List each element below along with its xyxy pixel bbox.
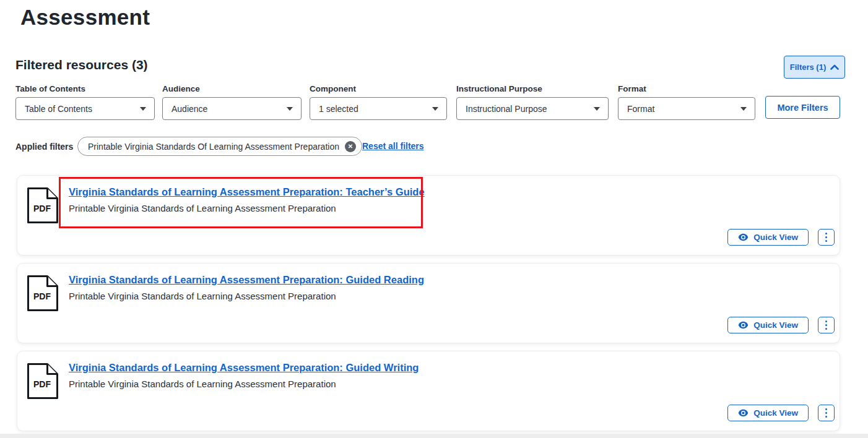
filters-toggle-button[interactable]: Filters (1) [784, 56, 845, 79]
pdf-file-icon: PDF [27, 187, 59, 224]
card-actions: Quick View [727, 317, 835, 333]
resource-title-link[interactable]: Virginia Standards of Learning Assessmen… [69, 274, 424, 286]
reset-all-filters-link[interactable]: Reset all filters [362, 141, 424, 151]
filtered-resources-heading: Filtered resources (3) [15, 58, 148, 72]
pdf-label: PDF [33, 291, 51, 301]
quick-view-label: Quick View [753, 233, 798, 242]
chip-label: Printable Virginia Standards Of Learning… [88, 142, 339, 152]
filter-label-format: Format [618, 84, 755, 93]
dropdown-value: Table of Contents [25, 104, 92, 114]
bottom-page-edge [0, 434, 868, 438]
caret-down-icon [287, 107, 293, 111]
resource-card: PDF Virginia Standards of Learning Asses… [17, 351, 840, 431]
quick-view-button[interactable]: Quick View [727, 405, 809, 421]
filter-dropdown-audience[interactable]: Audience [162, 97, 302, 120]
resource-subtitle: Printable Virginia Standards of Learning… [69, 291, 336, 301]
card-actions: Quick View [727, 229, 835, 246]
filter-label-audience: Audience [162, 84, 302, 93]
caret-down-icon [594, 107, 600, 111]
resource-title-link[interactable]: Virginia Standards of Learning Assessmen… [69, 362, 419, 374]
resource-subtitle: Printable Virginia Standards of Learning… [69, 203, 336, 213]
quick-view-button[interactable]: Quick View [727, 229, 809, 246]
more-options-button[interactable] [818, 317, 835, 333]
dropdown-value: Format [627, 104, 654, 114]
filter-group-component: Component 1 selected [310, 84, 447, 120]
card-actions: Quick View [727, 405, 835, 421]
filter-group-format: Format Format [618, 84, 755, 120]
chevron-up-icon [830, 64, 839, 70]
filter-label-component: Component [310, 84, 447, 93]
pdf-label: PDF [33, 204, 51, 213]
filter-dropdown-component[interactable]: 1 selected [310, 97, 447, 120]
applied-filters-label: Applied filters [15, 142, 73, 152]
resource-card: PDF Virginia Standards of Learning Asses… [17, 263, 840, 343]
resource-card: PDF Virginia Standards of Learning Asses… [17, 175, 840, 256]
dropdown-value: Instructional Purpose [466, 104, 547, 114]
filter-group-instructional-purpose: Instructional Purpose Instructional Purp… [456, 84, 609, 120]
more-options-button[interactable] [818, 229, 835, 246]
dropdown-value: 1 selected [319, 104, 358, 114]
caret-down-icon [740, 107, 747, 111]
caret-down-icon [432, 107, 438, 111]
filter-label-table-of-contents: Table of Contents [15, 84, 155, 93]
filter-dropdown-format[interactable]: Format [618, 97, 755, 120]
filter-label-instructional-purpose: Instructional Purpose [456, 84, 609, 93]
page-title: Assessment [20, 5, 150, 30]
quick-view-label: Quick View [753, 320, 798, 330]
filter-group-table-of-contents: Table of Contents Table of Contents [15, 84, 155, 120]
filter-dropdown-table-of-contents[interactable]: Table of Contents [15, 97, 155, 120]
eye-icon [738, 321, 749, 329]
pdf-label: PDF [33, 379, 51, 389]
caret-down-icon [140, 107, 146, 111]
remove-filter-icon[interactable]: ✕ [345, 141, 356, 152]
filters-toggle-label: Filters (1) [790, 62, 827, 72]
eye-icon [738, 233, 749, 241]
resource-subtitle: Printable Virginia Standards of Learning… [69, 379, 336, 389]
quick-view-button[interactable]: Quick View [727, 317, 809, 333]
resource-title-link[interactable]: Virginia Standards of Learning Assessmen… [69, 186, 425, 198]
eye-icon [738, 409, 749, 417]
applied-filter-chip: Printable Virginia Standards Of Learning… [77, 137, 362, 156]
filter-dropdown-instructional-purpose[interactable]: Instructional Purpose [456, 97, 609, 120]
dropdown-value: Audience [171, 104, 207, 114]
assessment-page: Assessment Filtered resources (3) Filter… [0, 0, 868, 438]
quick-view-label: Quick View [753, 408, 798, 418]
pdf-file-icon: PDF [27, 275, 59, 312]
pdf-file-icon: PDF [27, 363, 59, 400]
more-filters-button[interactable]: More Filters [765, 96, 840, 119]
more-options-button[interactable] [818, 405, 835, 421]
filter-group-audience: Audience Audience [162, 84, 302, 120]
